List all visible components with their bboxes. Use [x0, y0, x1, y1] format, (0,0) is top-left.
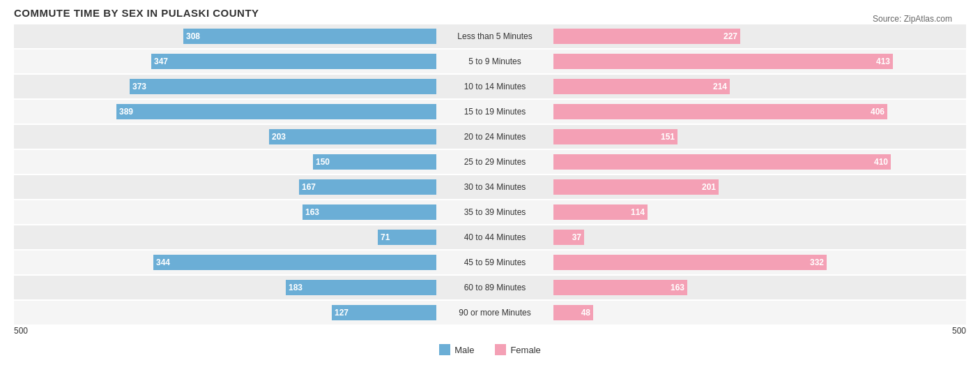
table-row: 37310 to 14 Minutes214	[14, 75, 966, 98]
male-section: 167	[14, 179, 439, 195]
female-bar: 151	[553, 129, 677, 144]
male-bar: 347	[151, 54, 436, 69]
female-bar: 413	[553, 54, 893, 69]
table-row: 20320 to 24 Minutes151	[14, 125, 966, 149]
axis-left: 500	[14, 326, 28, 336]
table-row: 15025 to 29 Minutes410	[14, 150, 966, 174]
axis-labels: 500 500	[14, 326, 966, 338]
male-section: 127	[14, 305, 439, 320]
row-label: 10 to 14 Minutes	[439, 82, 551, 91]
male-section: 203	[14, 129, 439, 144]
row-label: 15 to 19 Minutes	[439, 107, 551, 117]
table-row: 16730 to 34 Minutes201	[14, 175, 966, 199]
chart-title: COMMUTE TIME BY SEX IN PULASKI COUNTY	[14, 7, 966, 19]
female-bar: 48	[553, 305, 593, 320]
row-label: 45 to 59 Minutes	[439, 258, 551, 267]
row-label: Less than 5 Minutes	[439, 31, 551, 41]
male-section: 389	[14, 104, 439, 119]
female-section: 163	[551, 280, 976, 295]
table-row: 12790 or more Minutes48	[14, 301, 966, 325]
female-bar: 114	[553, 204, 648, 220]
male-section: 183	[14, 280, 439, 295]
male-bar: 71	[378, 230, 436, 245]
female-section: 332	[551, 255, 976, 270]
row-label: 90 or more Minutes	[439, 308, 551, 318]
row-label: 5 to 9 Minutes	[439, 57, 551, 66]
table-row: 38915 to 19 Minutes406	[14, 100, 966, 124]
female-section: 413	[551, 54, 976, 69]
female-section: 214	[551, 79, 976, 94]
chart-rows: 308Less than 5 Minutes2273475 to 9 Minut…	[14, 24, 966, 325]
female-bar: 201	[553, 179, 719, 195]
legend-female: Female	[495, 344, 540, 355]
female-bar: 406	[553, 104, 887, 119]
male-section: 308	[14, 29, 439, 44]
table-row: 7140 to 44 Minutes37	[14, 225, 966, 249]
male-section: 347	[14, 54, 439, 69]
male-section: 71	[14, 230, 439, 245]
male-bar: 167	[299, 179, 436, 195]
male-bar: 150	[313, 154, 436, 170]
legend-male: Male	[439, 344, 474, 355]
table-row: 16335 to 39 Minutes114	[14, 200, 966, 224]
female-bar: 214	[553, 79, 730, 94]
female-bar: 227	[553, 29, 740, 44]
row-label: 40 to 44 Minutes	[439, 232, 551, 242]
legend-female-box	[495, 344, 506, 355]
male-bar: 344	[153, 255, 436, 270]
legend: Male Female	[14, 344, 966, 355]
row-label: 25 to 29 Minutes	[439, 157, 551, 167]
male-section: 373	[14, 79, 439, 94]
female-section: 201	[551, 179, 976, 195]
male-section: 150	[14, 154, 439, 170]
female-section: 151	[551, 129, 976, 144]
row-label: 60 to 89 Minutes	[439, 283, 551, 292]
male-bar: 183	[286, 280, 436, 295]
male-section: 163	[14, 204, 439, 220]
male-bar: 373	[130, 79, 436, 94]
legend-female-label: Female	[510, 345, 540, 355]
table-row: 34445 to 59 Minutes332	[14, 251, 966, 274]
female-section: 406	[551, 104, 976, 119]
legend-male-box	[439, 344, 450, 355]
row-label: 35 to 39 Minutes	[439, 207, 551, 217]
female-section: 227	[551, 29, 976, 44]
source-label: Source: ZipAtlas.com	[873, 14, 952, 24]
table-row: 18360 to 89 Minutes163	[14, 276, 966, 299]
male-bar: 308	[183, 29, 436, 44]
table-row: 3475 to 9 Minutes413	[14, 50, 966, 73]
female-bar: 332	[553, 255, 827, 270]
female-section: 48	[551, 305, 976, 320]
table-row: 308Less than 5 Minutes227	[14, 24, 966, 48]
chart-area: 308Less than 5 Minutes2273475 to 9 Minut…	[14, 24, 966, 355]
row-label: 20 to 24 Minutes	[439, 132, 551, 142]
male-section: 344	[14, 255, 439, 270]
female-bar: 37	[553, 230, 584, 245]
female-section: 37	[551, 230, 976, 245]
female-bar: 410	[553, 154, 891, 170]
row-label: 30 to 34 Minutes	[439, 182, 551, 192]
male-bar: 389	[116, 104, 436, 119]
male-bar: 127	[332, 305, 436, 320]
female-section: 410	[551, 154, 976, 170]
male-bar: 203	[269, 129, 436, 144]
legend-male-label: Male	[454, 345, 474, 355]
axis-right: 500	[952, 326, 966, 336]
male-bar: 163	[303, 204, 436, 220]
female-section: 114	[551, 204, 976, 220]
female-bar: 163	[553, 280, 687, 295]
